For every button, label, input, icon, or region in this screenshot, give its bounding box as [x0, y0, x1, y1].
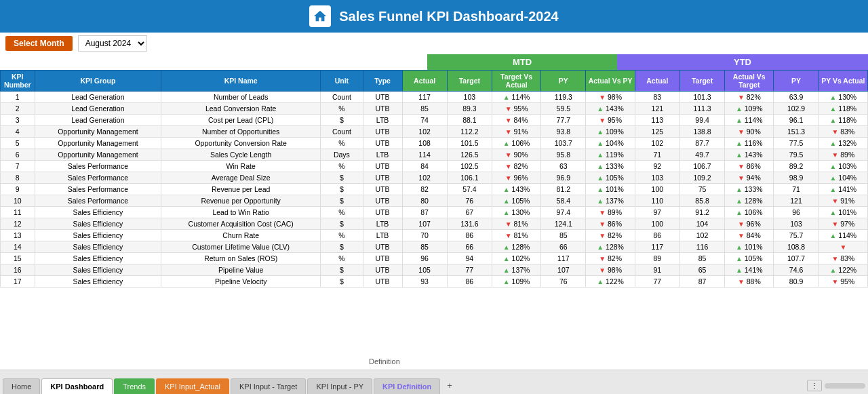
- cell-ytd-py: 121: [774, 195, 818, 207]
- tab-nav-left[interactable]: ⋮: [807, 380, 822, 391]
- cell-mtd-actual: 102: [402, 172, 447, 184]
- cell-mtd-py: 97.4: [541, 207, 586, 218]
- cell-ytd-py: 151.3: [774, 126, 818, 138]
- cell-mtd-actual: 85: [402, 103, 447, 115]
- arrow-up-icon: ▲: [829, 94, 836, 101]
- table-row: 4 Opportunity Management Number of Oppor…: [1, 126, 868, 138]
- cell-name: Win Rate: [161, 161, 321, 172]
- cell-mtd-target: 86: [447, 230, 492, 241]
- table-row: 7 Sales Performance Win Rate % UTB 84 10…: [1, 161, 868, 172]
- month-select[interactable]: August 2024 July 2024 June 2024: [79, 36, 146, 51]
- tab-scrollbar[interactable]: [825, 383, 865, 389]
- tab-kpi-input_actual[interactable]: KPI Input_Actual: [156, 378, 229, 394]
- cell-mtd-target: 101.5: [447, 138, 492, 149]
- arrow-up-icon: ▲: [503, 209, 510, 216]
- cell-ytd-pvsa: ▼ 83%: [818, 126, 867, 138]
- arrow-down-icon: ▼: [505, 117, 512, 124]
- add-tab-button[interactable]: +: [441, 377, 458, 394]
- arrow-down-icon: ▼: [831, 255, 838, 262]
- cell-type: LTB: [363, 218, 402, 230]
- cell-ytd-pvsa: ▲ 132%: [818, 138, 867, 149]
- ytd-section-header: YTD: [617, 54, 868, 70]
- app-header: Sales Funnel KPI Dashboard-2024: [0, 0, 868, 33]
- cell-group: Opportunity Management: [35, 138, 161, 149]
- cell-group: Sales Efficiency: [35, 218, 161, 230]
- cell-group: Sales Efficiency: [35, 230, 161, 241]
- cell-unit: $: [321, 218, 363, 230]
- table-row: 14 Sales Efficiency Customer Lifetime Va…: [1, 241, 868, 253]
- tab-kpi-definition[interactable]: KPI Definition: [374, 378, 440, 394]
- cell-unit: %: [321, 230, 363, 241]
- tab-bar: HomeKPI DashboardTrendsKPI Input_ActualK…: [0, 370, 868, 394]
- cell-name: Churn Rate: [161, 230, 321, 241]
- cell-mtd-actual: 108: [402, 138, 447, 149]
- cell-mtd-avspy: ▲ 143%: [586, 103, 635, 115]
- arrow-up-icon: ▲: [503, 243, 510, 251]
- cell-ytd-target: 104: [679, 218, 724, 230]
- cell-num: 16: [1, 264, 35, 276]
- col-header-kpi-name: KPI Name: [161, 71, 321, 92]
- tab-kpi-input---py[interactable]: KPI Input - PY: [307, 378, 372, 394]
- cell-mtd-avspy: ▲ 137%: [586, 195, 635, 207]
- arrow-up-icon: ▲: [503, 140, 510, 147]
- tab-kpi-input---target[interactable]: KPI Input - Target: [231, 378, 306, 394]
- cell-ytd-target: 85.8: [679, 195, 724, 207]
- cell-name: Return on Sales (ROS): [161, 253, 321, 264]
- cell-num: 11: [1, 207, 35, 218]
- arrow-down-icon: ▼: [505, 151, 512, 159]
- cell-mtd-target: 94: [447, 253, 492, 264]
- arrow-up-icon: ▲: [829, 117, 836, 124]
- arrow-down-icon: ▼: [738, 232, 745, 239]
- cell-mtd-tvsa: ▲ 106%: [492, 138, 540, 149]
- cell-ytd-py: 108.8: [774, 241, 818, 253]
- cell-ytd-avst: ▲ 133%: [725, 184, 774, 195]
- cell-unit: %: [321, 253, 363, 264]
- cell-num: 10: [1, 195, 35, 207]
- cell-ytd-avst: ▲ 105%: [725, 253, 774, 264]
- cell-type: UTB: [363, 161, 402, 172]
- arrow-down-icon: ▼: [738, 128, 745, 136]
- table-container[interactable]: KPI Number KPI Group KPI Name Unit Type …: [0, 70, 868, 355]
- cell-ytd-target: 138.8: [679, 126, 724, 138]
- table-row: 6 Opportunity Management Sales Cycle Len…: [1, 149, 868, 161]
- cell-ytd-avst: ▼ 90%: [725, 126, 774, 138]
- cell-type: UTB: [363, 126, 402, 138]
- arrow-down-icon: ▼: [599, 117, 606, 124]
- select-month-button[interactable]: Select Month: [5, 36, 73, 51]
- tab-nav: ⋮: [807, 380, 865, 394]
- tab-trends[interactable]: Trends: [114, 378, 155, 394]
- cell-ytd-py: 96.1: [774, 115, 818, 126]
- cell-mtd-py: 117: [541, 253, 586, 264]
- arrow-down-icon: ▼: [505, 220, 512, 228]
- cell-ytd-actual: 83: [635, 92, 679, 103]
- cell-mtd-avspy: ▼ 82%: [586, 230, 635, 241]
- cell-ytd-actual: 110: [635, 195, 679, 207]
- cell-mtd-target: 106.1: [447, 172, 492, 184]
- col-header-ytd-py: PY: [774, 71, 818, 92]
- cell-mtd-tvsa: ▼ 81%: [492, 218, 540, 230]
- cell-mtd-target: 131.6: [447, 218, 492, 230]
- cell-ytd-py: 74.6: [774, 264, 818, 276]
- arrow-up-icon: ▲: [736, 267, 743, 274]
- cell-ytd-actual: 89: [635, 253, 679, 264]
- month-select-wrapper[interactable]: August 2024 July 2024 June 2024: [78, 35, 147, 52]
- arrow-up-icon: ▲: [597, 174, 604, 182]
- cell-mtd-tvsa: ▼ 95%: [492, 103, 540, 115]
- cell-ytd-avst: ▼ 94%: [725, 172, 774, 184]
- arrow-up-icon: ▲: [503, 267, 510, 274]
- cell-ytd-pvsa: ▲ 122%: [818, 264, 867, 276]
- cell-mtd-target: 76: [447, 195, 492, 207]
- arrow-up-icon: ▲: [597, 278, 604, 285]
- arrow-down-icon: ▼: [738, 163, 745, 170]
- table-row: 12 Sales Efficiency Customer Acquisition…: [1, 218, 868, 230]
- cell-ytd-target: 102: [679, 230, 724, 241]
- cell-ytd-actual: 100: [635, 184, 679, 195]
- cell-name: Pipeline Velocity: [161, 276, 321, 288]
- cell-ytd-pvsa: ▼ 83%: [818, 253, 867, 264]
- cell-ytd-py: 107.7: [774, 253, 818, 264]
- cell-mtd-avspy: ▼ 98%: [586, 264, 635, 276]
- cell-mtd-py: 119.3: [541, 92, 586, 103]
- cell-ytd-avst: ▲ 128%: [725, 195, 774, 207]
- tab-home[interactable]: Home: [3, 378, 40, 394]
- tab-kpi-dashboard[interactable]: KPI Dashboard: [41, 378, 113, 394]
